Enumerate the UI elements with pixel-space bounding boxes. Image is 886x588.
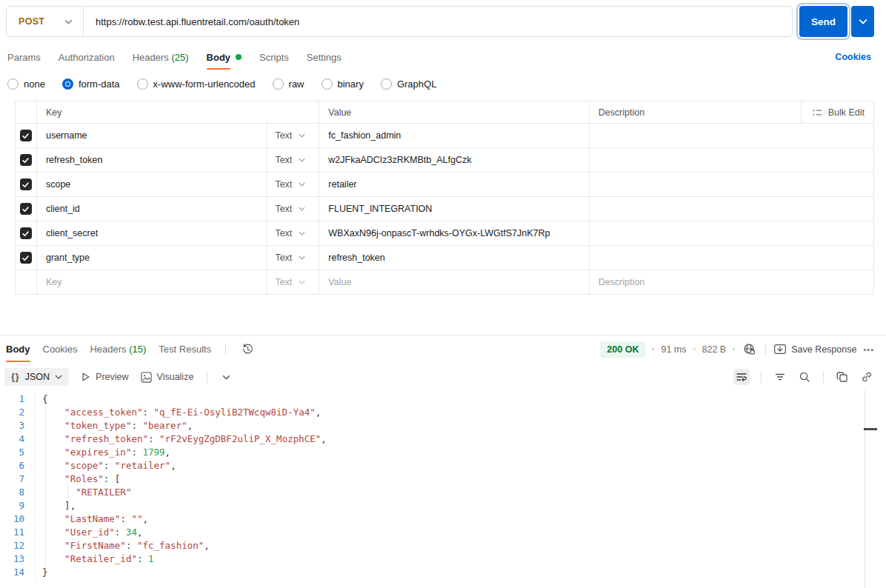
body-mode-radio-form-data[interactable]: form-data [62,78,120,90]
radio-label: GraphQL [397,78,436,90]
param-key-input[interactable]: refresh_token [36,148,267,172]
request-tab-authorization[interactable]: Authorization [59,52,115,63]
row-enabled-checkbox[interactable] [20,252,32,264]
param-type-select[interactable]: Text [267,173,319,196]
response-history-button[interactable] [240,341,256,357]
param-key-input[interactable]: grant_type [36,246,267,270]
param-description-input[interactable] [589,221,873,245]
body-mode-radio-graphql[interactable]: GraphQL [381,78,436,90]
response-toolbar: {} JSON Preview Visualize [0,363,886,391]
request-tab-headers[interactable]: Headers (25) [133,52,189,63]
param-value-input[interactable]: fc_fashion_admin [319,124,588,147]
param-value-input[interactable]: Value [319,270,588,294]
param-type-select[interactable]: Text [267,124,319,147]
search-button[interactable] [797,370,812,384]
request-url-bar: POST https://robw.test.api.fluentretail.… [0,0,886,37]
line-number: 13 [0,552,36,566]
body-mode-radio-x-www-form-urlencoded[interactable]: x-www-form-urlencoded [137,78,256,90]
filter-button[interactable] [773,370,787,384]
url-input[interactable]: https://robw.test.api.fluentretail.com/o… [84,16,792,27]
row-enabled-checkbox[interactable] [20,130,32,141]
pane-resize-handle[interactable] [864,428,877,430]
response-format-select[interactable]: {} JSON [4,368,69,386]
response-size: 822 B [702,344,727,355]
request-tab-params[interactable]: Params [7,52,41,63]
check-icon [21,132,30,140]
pane-divider [865,390,865,588]
send-options-button[interactable] [851,6,874,37]
status-badge[interactable]: 200 OK [600,341,645,358]
line-number: 7 [0,472,36,486]
preview-button[interactable]: Preview [81,372,128,382]
param-description-input[interactable] [589,246,873,270]
code-line: 10 "LastName": "", [0,512,886,526]
row-enabled-checkbox[interactable] [20,178,32,190]
param-type-select[interactable]: Text [267,197,319,221]
format-options-button[interactable] [221,373,232,381]
tab-label: Settings [307,52,342,63]
response-tab-cookies[interactable]: Cookies [43,344,78,355]
code-line: 7 "Roles": [ [0,472,886,486]
response-tabs: Body Cookies Headers (15) Test Results [6,341,256,357]
row-enabled-checkbox[interactable] [20,227,32,239]
tab-label: Cookies [43,344,78,355]
divider [765,344,766,355]
chevron-down-icon [299,207,305,211]
bulk-edit-button[interactable]: Bulk Edit [801,101,873,123]
chevron-down-icon [859,19,867,24]
form-data-row: client_secret Text WBXaxN96j-onpascT-wrh… [16,221,873,245]
param-key-input[interactable]: client_id [36,197,267,221]
search-icon [799,371,810,383]
param-value-input[interactable]: FLUENT_INTEGRATION [319,197,588,221]
param-value-input[interactable]: retailer [319,173,588,196]
network-info-button[interactable] [742,341,757,357]
link-button[interactable] [859,370,874,384]
param-description-input[interactable] [589,173,873,196]
param-type-select[interactable]: Text [267,148,319,172]
request-tab-body[interactable]: Body [207,52,242,63]
code-line: 13 "Retailer_id": 1 [0,552,886,566]
method-selector[interactable]: POST [7,7,84,36]
param-key-input[interactable]: username [36,124,267,147]
param-description-input[interactable] [589,124,873,147]
cookies-link[interactable]: Cookies [835,52,871,62]
param-value-input[interactable]: WBXaxN96j-onpascT-wrhdks-OYGx-LWGtfS7JnK… [319,221,588,245]
param-key-input[interactable]: client_secret [36,221,267,245]
param-key-input[interactable]: Key [36,270,267,294]
param-value-input[interactable]: refresh_token [319,246,588,270]
request-tab-scripts[interactable]: Scripts [259,52,289,63]
divider [207,371,207,383]
param-description-input[interactable]: Description [589,270,873,294]
wrap-text-button[interactable] [733,369,750,385]
header-checkbox-cell [16,101,36,123]
response-tab-body[interactable]: Body [6,344,30,355]
response-more-button[interactable]: ••• [863,345,874,354]
param-type-select[interactable]: Text [267,221,319,245]
param-key-input[interactable]: scope [36,173,267,196]
row-enabled-checkbox[interactable] [20,203,32,215]
response-tab-test-results[interactable]: Test Results [159,344,211,355]
param-value-input[interactable]: w2JFkaADCIz3zRKMBtb_ALfgCzk [319,148,588,172]
copy-button[interactable] [835,370,850,384]
code-line: 11 "User_id": 34, [0,526,886,539]
code-line: 1 { [0,392,886,406]
visualize-button[interactable]: Visualize [141,372,194,383]
send-button[interactable]: Send [799,6,847,37]
radio-label: binary [338,78,364,90]
body-mode-radio-binary[interactable]: binary [322,78,364,90]
param-type-select[interactable]: Text [267,246,319,270]
row-enabled-checkbox[interactable] [20,154,32,166]
body-mode-radio-raw[interactable]: raw [273,78,304,90]
param-type-select[interactable]: Text [267,270,319,294]
response-tab-headers[interactable]: Headers (15) [90,344,146,355]
request-tab-settings[interactable]: Settings [307,52,342,63]
link-icon [861,371,873,383]
form-data-row: scope Text retailer [16,172,873,196]
save-response-button[interactable]: Save Response [774,344,856,355]
body-mode-radio-none[interactable]: none [7,78,45,90]
param-description-input[interactable] [589,197,873,221]
dot-separator [693,348,696,350]
code-line: 3 "token_type": "bearer", [0,419,886,432]
param-description-input[interactable] [589,148,873,172]
response-body-viewer[interactable]: 1 { 2 "access_token": "q_fE-Ei-OsyliB2TW… [0,391,886,579]
